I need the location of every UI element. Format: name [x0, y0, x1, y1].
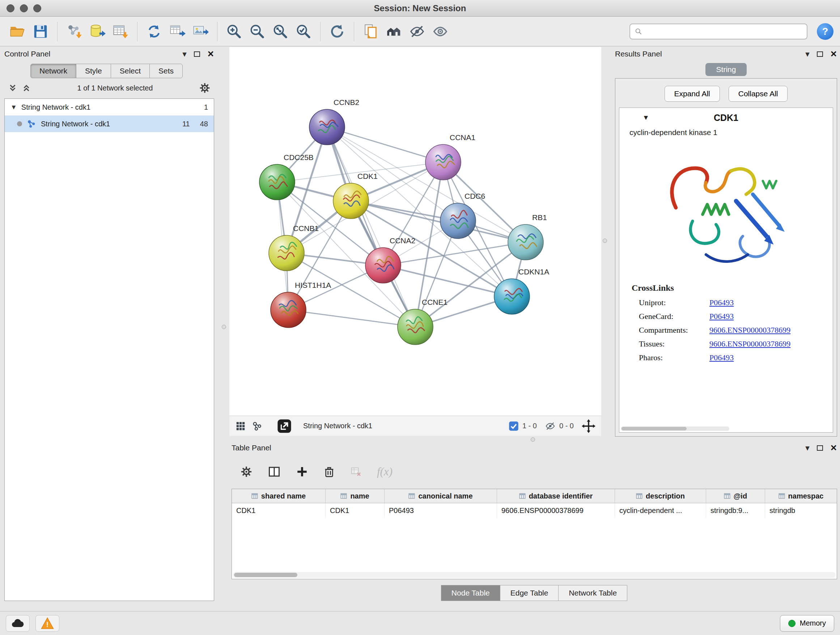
tab-select[interactable]: Select	[111, 64, 150, 78]
scrollbar-thumb[interactable]	[234, 573, 297, 577]
network-glyph-icon[interactable]	[252, 421, 263, 432]
compartments-link[interactable]: 9606.ENSP00000378699	[709, 325, 790, 335]
table-settings-button[interactable]	[240, 466, 253, 478]
add-column-button[interactable]	[296, 466, 308, 478]
export-image-button[interactable]	[189, 21, 211, 42]
panel-close-icon[interactable]: ✕	[830, 444, 837, 452]
zoom-fit-button[interactable]	[270, 21, 291, 42]
zoom-in-button[interactable]	[223, 21, 245, 42]
pharos-link[interactable]: P06493	[709, 353, 734, 363]
network-node-CCNA1[interactable]: CCNA1	[425, 133, 475, 180]
network-node-CCNB2[interactable]: CCNB2	[309, 98, 359, 145]
save-session-button[interactable]	[30, 21, 51, 42]
gear-icon[interactable]	[199, 82, 210, 94]
toolbar-separator	[137, 22, 137, 41]
tree-expand-icon[interactable]: ▼	[11, 103, 17, 111]
memory-button[interactable]: Memory	[780, 615, 834, 632]
network-row[interactable]: String Network - cdk1 11 48	[5, 116, 214, 132]
protein-section-header[interactable]: ▼ CDK1	[619, 108, 833, 127]
tab-network-table[interactable]: Network Table	[558, 585, 627, 601]
panel-menu-icon[interactable]: ▾	[805, 444, 810, 452]
close-window-button[interactable]	[6, 4, 14, 12]
zoom-out-button[interactable]	[246, 21, 268, 42]
zoom-selected-button[interactable]	[293, 21, 314, 42]
refresh-button[interactable]	[326, 21, 348, 42]
clone-network-button[interactable]	[360, 21, 382, 42]
network-node-HIST1H1A[interactable]: HIST1H1A	[271, 281, 331, 328]
network-tools-button[interactable]	[143, 21, 165, 42]
selected-counts: 1 - 0	[523, 422, 537, 430]
panel-float-icon[interactable]	[194, 51, 200, 57]
network-canvas[interactable]: CCNB2CCNA1CDC25BCDK1CDC6RB1CCNB1CCNA2CDK…	[229, 47, 601, 416]
checkbox-icon[interactable]	[508, 421, 519, 431]
cloud-status-button[interactable]	[6, 615, 30, 632]
import-network-icon	[66, 23, 82, 40]
tissues-link[interactable]: 9606.ENSP00000378699	[709, 339, 790, 348]
collapse-all-button[interactable]: Collapse All	[729, 86, 788, 102]
first-neighbors-button[interactable]	[383, 21, 405, 42]
tab-edge-table[interactable]: Edge Table	[500, 585, 559, 601]
show-all-button[interactable]	[429, 21, 451, 42]
cell-shared-name: CDK1	[232, 503, 325, 518]
string-results-box: Expand All Collapse All ▼ CDK1 cyclin-de…	[615, 78, 837, 437]
warnings-button[interactable]: !	[35, 615, 59, 632]
column-header[interactable]: @id	[706, 489, 765, 503]
tab-network[interactable]: Network	[30, 64, 76, 78]
hide-selected-button[interactable]	[406, 21, 428, 42]
network-collection-row[interactable]: ▼ String Network - cdk1 1	[5, 99, 214, 116]
new-network-from-selection-button[interactable]	[166, 21, 188, 42]
minimize-window-button[interactable]	[20, 4, 28, 12]
tab-sets[interactable]: Sets	[149, 64, 183, 78]
expand-all-button[interactable]: Expand All	[665, 86, 720, 102]
panel-menu-icon[interactable]: ▾	[805, 50, 810, 58]
panel-close-icon[interactable]: ✕	[830, 50, 837, 58]
table-row[interactable]: CDK1 CDK1 P06493 9606.ENSP00000378699 cy…	[232, 503, 837, 518]
column-header[interactable]: name	[325, 489, 385, 503]
column-header[interactable]: database identifier	[497, 489, 615, 503]
network-node-CCNB1[interactable]: CCNB1	[269, 224, 319, 271]
panel-float-icon[interactable]	[817, 51, 823, 57]
column-header[interactable]: shared name	[232, 489, 325, 503]
panel-close-icon[interactable]: ✕	[207, 50, 214, 58]
control-panel-tabs: Network Style Select Sets	[30, 64, 214, 78]
column-header[interactable]: canonical name	[385, 489, 497, 503]
circular-arrows-icon	[146, 23, 163, 40]
collapse-all-icon[interactable]	[8, 83, 17, 93]
column-header[interactable]: namespac	[765, 489, 837, 503]
uniprot-link[interactable]: P06493	[709, 298, 734, 307]
expand-all-icon[interactable]	[22, 83, 31, 93]
help-button[interactable]: ?	[817, 23, 834, 40]
panel-menu-icon[interactable]: ▾	[182, 50, 187, 58]
scrollbar-thumb[interactable]	[622, 427, 687, 431]
delete-column-button[interactable]	[324, 466, 335, 478]
tab-string[interactable]: String	[706, 63, 747, 76]
network-node-RB1[interactable]: RB1	[508, 213, 547, 260]
open-external-icon[interactable]	[277, 419, 292, 433]
column-header[interactable]: description	[615, 489, 706, 503]
zoom-window-button[interactable]	[33, 4, 41, 12]
horizontal-scrollbar	[621, 426, 729, 431]
splitter-grip[interactable]	[222, 325, 226, 329]
tab-style[interactable]: Style	[76, 64, 111, 78]
tab-node-table[interactable]: Node Table	[441, 585, 500, 601]
crosslink-row: Compartments: 9606.ENSP00000378699	[632, 325, 833, 335]
network-node-CDKN1A[interactable]: CDKN1A	[494, 268, 549, 314]
protein-description: cyclin-dependent kinase 1	[619, 128, 833, 137]
current-network-name: String Network - cdk1	[303, 422, 372, 430]
splitter-grip[interactable]	[603, 239, 607, 243]
genecard-link[interactable]: P06493	[709, 312, 734, 321]
section-collapse-icon[interactable]: ▼	[643, 114, 649, 122]
panel-float-icon[interactable]	[817, 445, 823, 451]
import-network-database-button[interactable]	[87, 21, 108, 42]
results-panel-header: Results Panel ▾ ✕	[615, 47, 837, 61]
open-session-button[interactable]	[6, 21, 28, 42]
grid-view-icon[interactable]	[235, 421, 246, 432]
import-table-file-button[interactable]	[110, 21, 131, 42]
show-columns-button[interactable]	[268, 465, 281, 478]
network-node-CDK1[interactable]: CDK1	[333, 172, 378, 219]
import-network-file-button[interactable]	[63, 21, 85, 42]
pan-move-icon[interactable]	[582, 419, 595, 433]
hidden-eye-icon[interactable]	[545, 421, 556, 432]
plus-icon	[296, 466, 308, 478]
search-input[interactable]	[645, 27, 802, 36]
